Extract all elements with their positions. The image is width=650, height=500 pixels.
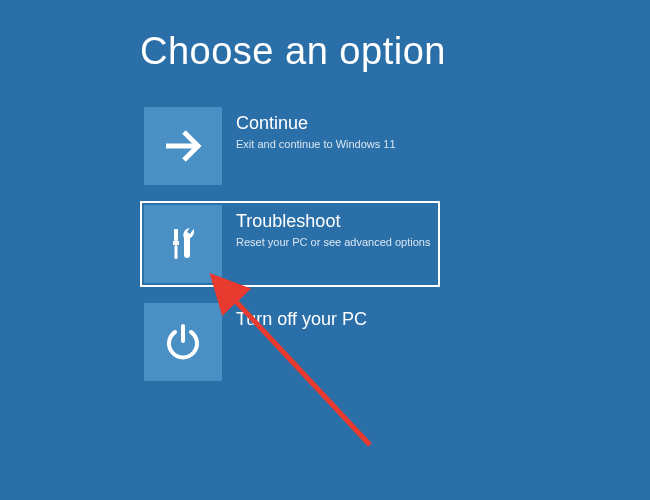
option-desc: Reset your PC or see advanced options [236, 235, 436, 249]
option-title: Troubleshoot [236, 211, 436, 233]
page-title: Choose an option [140, 30, 650, 73]
option-title: Turn off your PC [236, 309, 436, 331]
svg-rect-1 [174, 229, 178, 241]
option-continue[interactable]: Continue Exit and continue to Windows 11 [140, 103, 440, 189]
option-text: Troubleshoot Reset your PC or see advanc… [222, 205, 436, 249]
power-icon [144, 303, 222, 381]
option-turn-off[interactable]: Turn off your PC [140, 299, 440, 385]
arrow-right-icon [144, 107, 222, 185]
recovery-menu: Choose an option Continue Exit and conti… [0, 0, 650, 385]
tools-icon [144, 205, 222, 283]
option-title: Continue [236, 113, 436, 135]
option-desc: Exit and continue to Windows 11 [236, 137, 436, 151]
option-text: Continue Exit and continue to Windows 11 [222, 107, 436, 151]
option-troubleshoot[interactable]: Troubleshoot Reset your PC or see advanc… [140, 201, 440, 287]
option-text: Turn off your PC [222, 303, 436, 331]
svg-rect-2 [173, 241, 179, 245]
svg-rect-3 [175, 245, 178, 259]
